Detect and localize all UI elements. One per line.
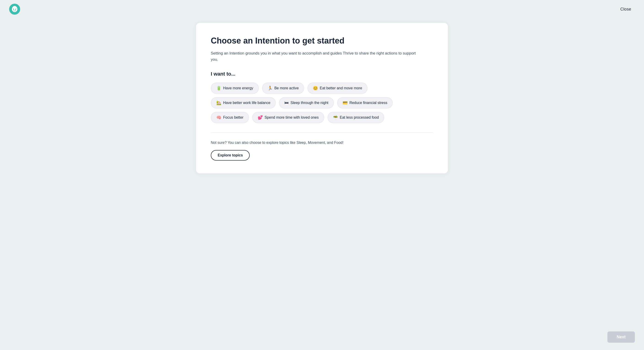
intention-label-loved-ones: Spend more time with loved ones bbox=[264, 115, 319, 120]
card-description: Setting an Intention grounds you in what… bbox=[211, 50, 417, 63]
intention-chip-active[interactable]: 🏃Be more active bbox=[262, 83, 304, 94]
explore-topics-button[interactable]: Explore topics bbox=[211, 150, 250, 161]
intention-label-financial: Reduce financial stress bbox=[350, 101, 387, 105]
intention-card: Choose an Intention to get started Setti… bbox=[196, 23, 448, 173]
intention-emoji-processed-food: 🥗 bbox=[333, 115, 338, 120]
intention-chip-loved-ones[interactable]: 💕Spend more time with loved ones bbox=[252, 112, 324, 123]
intention-label-work-life: Have better work life balance bbox=[223, 101, 270, 105]
intention-chip-sleep[interactable]: 🛏Sleep through the night bbox=[279, 97, 334, 109]
intention-label-focus: Focus better bbox=[223, 115, 244, 120]
intention-emoji-work-life: 🏡 bbox=[216, 100, 221, 105]
section-label: I want to... bbox=[211, 71, 433, 77]
intention-emoji-eat-move: 😊 bbox=[313, 86, 318, 91]
intention-chip-processed-food[interactable]: 🥗Eat less processed food bbox=[328, 112, 384, 123]
bottom-bar: Next bbox=[0, 327, 644, 350]
intention-label-processed-food: Eat less processed food bbox=[340, 115, 379, 120]
top-bar: Close bbox=[0, 0, 644, 18]
intention-chip-eat-move[interactable]: 😊Eat better and move more bbox=[307, 83, 368, 94]
intention-emoji-loved-ones: 💕 bbox=[258, 115, 263, 120]
close-button[interactable]: Close bbox=[616, 5, 635, 14]
intention-chip-financial[interactable]: 💳Reduce financial stress bbox=[337, 97, 393, 109]
intention-emoji-focus: 🧠 bbox=[216, 115, 221, 120]
intention-label-energy: Have more energy bbox=[223, 86, 253, 90]
intention-emoji-sleep: 🛏 bbox=[284, 100, 288, 105]
main-content: Choose an Intention to get started Setti… bbox=[0, 18, 644, 327]
app-logo bbox=[9, 4, 20, 15]
intentions-grid: 🔋Have more energy🏃Be more active😊Eat bet… bbox=[211, 83, 433, 123]
intention-chip-energy[interactable]: 🔋Have more energy bbox=[211, 83, 259, 94]
intention-emoji-active: 🏃 bbox=[268, 86, 272, 91]
intention-label-eat-move: Eat better and move more bbox=[320, 86, 362, 90]
explore-text: Not sure? You can also choose to explore… bbox=[211, 140, 433, 145]
intention-emoji-financial: 💳 bbox=[342, 100, 348, 105]
intention-label-active: Be more active bbox=[274, 86, 299, 90]
next-button[interactable]: Next bbox=[608, 331, 635, 343]
explore-section: Not sure? You can also choose to explore… bbox=[211, 140, 433, 161]
card-title: Choose an Intention to get started bbox=[211, 36, 433, 46]
intention-label-sleep: Sleep through the night bbox=[290, 101, 328, 105]
intention-chip-work-life[interactable]: 🏡Have better work life balance bbox=[211, 97, 276, 109]
intention-emoji-energy: 🔋 bbox=[216, 86, 221, 91]
divider bbox=[211, 132, 433, 133]
intention-chip-focus[interactable]: 🧠Focus better bbox=[211, 112, 249, 123]
